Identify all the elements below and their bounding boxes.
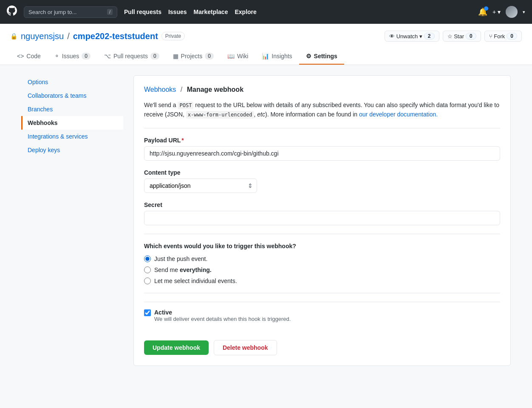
github-logo[interactable] — [7, 6, 17, 18]
sidebar-item-branches[interactable]: Branches — [21, 102, 123, 116]
breadcrumb: Webhooks / Manage webhook — [144, 86, 500, 94]
repo-tabs: <> Code ⚬ Issues 0 ⌥ Pull requests 0 ▦ P… — [10, 48, 522, 65]
code-icon: <> — [17, 53, 24, 60]
star-label: ☆ Star — [447, 33, 464, 40]
tab-wiki[interactable]: 📖 Wiki — [221, 48, 255, 65]
tab-projects[interactable]: ▦ Projects 0 — [166, 48, 221, 65]
required-star: * — [181, 137, 184, 144]
notification-dot — [484, 6, 488, 11]
settings-icon: ⚙ — [306, 53, 311, 60]
tab-settings[interactable]: ⚙ Settings — [299, 48, 344, 65]
issues-icon: ⚬ — [54, 53, 59, 60]
events-group: Which events would you like to trigger t… — [144, 243, 500, 284]
breadcrumb-current: Manage webhook — [187, 86, 243, 93]
breadcrumb-separator: / — [181, 86, 182, 93]
radio-everything[interactable]: Send me everything. — [144, 266, 500, 273]
main-content: Webhooks / Manage webhook We'll send a P… — [133, 75, 511, 366]
repo-actions: 👁 Unwatch ▾ 2 ☆ Star 0 ⑂ Fork 0 — [385, 31, 522, 42]
divider-3 — [144, 293, 500, 293]
form-actions: Update webhook Delete webhook — [144, 340, 500, 355]
settings-sidebar: Options Collaborators & teams Branches W… — [21, 75, 123, 366]
radio-individual[interactable]: Let me select individual events. — [144, 278, 500, 284]
developer-docs-link[interactable]: our developer documentation. — [359, 111, 438, 118]
top-navigation: Search or jump to... / Pull requests Iss… — [0, 0, 532, 24]
radio-individual-input[interactable] — [144, 278, 151, 284]
repo-owner-link[interactable]: nguyensjsu — [21, 31, 64, 41]
content-type-wrapper: application/json application/x-www-form-… — [144, 178, 257, 193]
star-button[interactable]: ☆ Star 0 — [443, 31, 481, 42]
fork-count: 0 — [507, 33, 517, 40]
repo-name-link[interactable]: cmpe202-teststudent — [73, 31, 158, 41]
payload-url-input[interactable] — [144, 146, 500, 161]
payload-url-group: Payload URL* — [144, 137, 500, 161]
repo-header: 🔒 nguyensjsu / cmpe202-teststudent Priva… — [0, 24, 532, 65]
notifications-bell[interactable]: 🔔 — [478, 7, 487, 17]
secret-label: Secret — [144, 201, 500, 208]
active-checkbox-group: Active We will deliver event details whe… — [144, 309, 500, 322]
radio-just-push[interactable]: Just the push event. — [144, 255, 500, 262]
delete-webhook-button[interactable]: Delete webhook — [214, 340, 277, 355]
active-checkbox[interactable] — [144, 309, 151, 316]
content-type-select[interactable]: application/json application/x-www-form-… — [144, 178, 257, 193]
sidebar-item-integrations[interactable]: Integrations & services — [21, 130, 123, 143]
events-label: Which events would you like to trigger t… — [144, 243, 500, 249]
lock-icon: 🔒 — [10, 33, 17, 40]
search-placeholder: Search or jump to... — [28, 9, 76, 15]
nav-marketplace[interactable]: Marketplace — [194, 8, 228, 15]
active-description: We will deliver event details when this … — [154, 316, 291, 322]
divider-1 — [144, 128, 500, 128]
radio-individual-label: Let me select individual events. — [154, 278, 237, 284]
payload-url-label: Payload URL* — [144, 137, 500, 144]
page-body: Options Collaborators & teams Branches W… — [11, 75, 521, 366]
private-badge: Private — [161, 32, 185, 40]
events-radio-group: Just the push event. Send me everything.… — [144, 255, 500, 284]
search-kbd: / — [107, 9, 113, 15]
projects-icon: ▦ — [173, 53, 178, 60]
wiki-icon: 📖 — [227, 53, 235, 60]
content-type-label: Content type — [144, 169, 500, 176]
secret-group: Secret — [144, 201, 500, 225]
tab-code[interactable]: <> Code — [10, 48, 48, 65]
user-avatar[interactable] — [506, 6, 518, 18]
radio-everything-label: Send me everything. — [154, 266, 212, 273]
active-label-group: Active We will deliver event details whe… — [154, 309, 291, 322]
repo-separator: / — [67, 31, 70, 41]
search-box[interactable]: Search or jump to... / — [24, 6, 117, 18]
fork-button[interactable]: ⑂ Fork 0 — [484, 31, 522, 42]
plus-button[interactable]: + ▾ — [492, 8, 501, 15]
repo-title: 🔒 nguyensjsu / cmpe202-teststudent Priva… — [10, 31, 185, 41]
repo-title-row: 🔒 nguyensjsu / cmpe202-teststudent Priva… — [10, 31, 522, 42]
nav-explore[interactable]: Explore — [235, 8, 256, 15]
breadcrumb-parent-link[interactable]: Webhooks — [144, 86, 176, 93]
avatar-dropdown-icon[interactable]: ▾ — [523, 9, 525, 15]
fork-label: ⑂ Fork — [489, 33, 505, 40]
sidebar-item-options[interactable]: Options — [21, 75, 123, 89]
unwatch-button[interactable]: 👁 Unwatch ▾ 2 — [385, 31, 439, 42]
nav-issues[interactable]: Issues — [168, 8, 187, 15]
sidebar-item-webhooks[interactable]: Webhooks — [21, 116, 123, 130]
tab-insights[interactable]: 📊 Insights — [255, 48, 299, 65]
pull-requests-icon: ⌥ — [104, 53, 111, 60]
radio-just-push-label: Just the push event. — [154, 255, 207, 262]
radio-just-push-input[interactable] — [144, 255, 151, 262]
active-label[interactable]: Active — [154, 309, 172, 316]
nav-pull-requests[interactable]: Pull requests — [124, 8, 161, 15]
form-encoding-code: x-www-form-urlencoded — [186, 111, 254, 119]
main-nav: Pull requests Issues Marketplace Explore — [124, 0, 257, 24]
secret-input[interactable] — [144, 211, 500, 225]
unwatch-count: 2 — [424, 33, 435, 40]
sidebar-item-deploy-keys[interactable]: Deploy keys — [21, 143, 123, 157]
webhook-description: We'll send a POST request to the URL bel… — [144, 100, 500, 119]
unwatch-label: 👁 Unwatch ▾ — [389, 33, 422, 40]
http-method-code: POST — [178, 102, 193, 109]
radio-everything-input[interactable] — [144, 266, 151, 273]
sidebar-item-collaborators[interactable]: Collaborators & teams — [21, 89, 123, 102]
update-webhook-button[interactable]: Update webhook — [144, 340, 209, 355]
divider-2 — [144, 234, 500, 234]
tab-issues[interactable]: ⚬ Issues 0 — [48, 48, 97, 65]
active-section: Active We will deliver event details whe… — [144, 302, 500, 332]
tab-pull-requests[interactable]: ⌥ Pull requests 0 — [97, 48, 166, 65]
star-count: 0 — [466, 33, 476, 40]
content-type-group: Content type application/json applicatio… — [144, 169, 500, 193]
insights-icon: 📊 — [262, 53, 269, 60]
